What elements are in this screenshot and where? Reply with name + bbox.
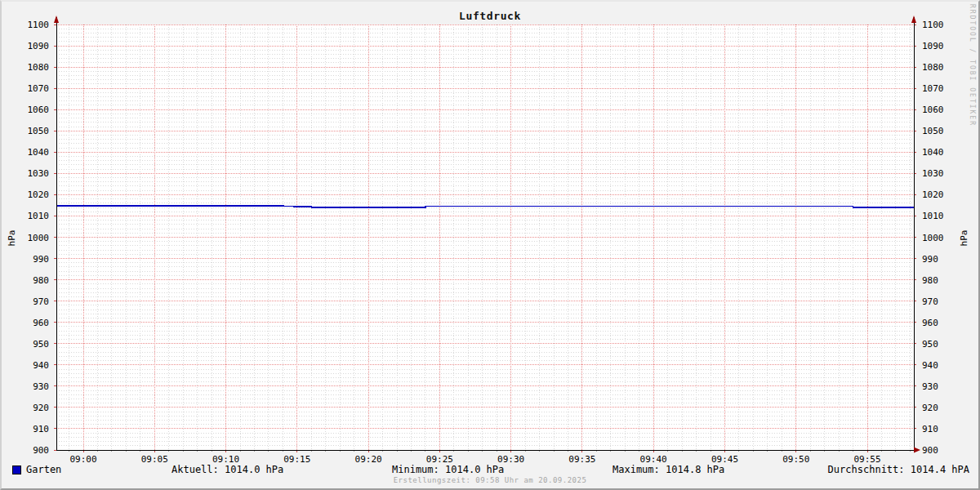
y-axis-arrow-right	[911, 16, 916, 23]
y-tick-label-right: 940	[922, 360, 938, 371]
legend-series: Garten	[12, 464, 61, 475]
y-tick-label-right: 970	[922, 296, 938, 307]
y-tick-label-left: 1070	[28, 83, 50, 94]
y-tick-label-left: 980	[33, 275, 49, 286]
y-tick-label-left: 930	[33, 381, 49, 392]
y-tick-label-right: 1080	[922, 62, 944, 73]
stat-maximum: Maximum: 1014.8 hPa	[612, 464, 724, 475]
x-axis-arrow	[914, 448, 920, 453]
y-axis-label-right: hPa	[959, 222, 969, 255]
y-tick-label-right: 1090	[922, 41, 944, 51]
y-tick-label-right: 1010	[922, 211, 944, 221]
y-tick-label-right: 1070	[922, 83, 944, 94]
y-tick-label-left: 1050	[28, 126, 50, 136]
y-tick-label-left: 950	[33, 339, 49, 350]
y-tick-label-left: 1040	[28, 147, 50, 158]
y-tick-label-right: 920	[922, 403, 938, 413]
y-tick-label-right: 1060	[922, 105, 944, 115]
y-tick-label-right: 910	[922, 424, 938, 434]
y-tick-label-right: 1100	[922, 20, 944, 30]
y-tick-label-left: 940	[33, 360, 49, 371]
y-tick-label-right: 990	[922, 254, 938, 265]
y-tick-label-right: 950	[922, 339, 938, 350]
y-tick-label-left: 910	[33, 424, 49, 434]
y-tick-label-left: 1030	[28, 168, 50, 179]
y-tick-label-right: 1040	[922, 147, 944, 158]
y-tick-label-left: 960	[33, 318, 49, 328]
stat-minimum: Minimum: 1014.0 hPa	[392, 464, 504, 475]
y-tick-label-right: 960	[922, 318, 938, 328]
y-tick-label-left: 990	[33, 254, 49, 265]
y-axis-label-left: hPa	[7, 222, 17, 255]
y-tick-label-right: 1020	[922, 189, 944, 200]
stat-durchschnitt: Durchschnitt: 1014.4 hPA	[828, 464, 969, 475]
y-tick-label-left: 1010	[28, 211, 50, 221]
y-tick-label-left: 1020	[28, 189, 50, 200]
y-tick-label-right: 1000	[922, 233, 944, 243]
series-label: Garten	[26, 464, 61, 475]
y-tick-label-left: 920	[33, 403, 49, 413]
y-tick-label-left: 1060	[28, 105, 50, 115]
y-tick-label-right: 1050	[922, 126, 944, 136]
y-tick-label-right: 980	[922, 275, 938, 286]
y-tick-label-left: 900	[33, 445, 49, 456]
pressure-chart: 09:0009:0509:1009:1509:2009:2509:3009:35…	[2, 2, 980, 490]
y-axis-arrow-left	[54, 16, 59, 23]
y-tick-label-left: 1090	[28, 41, 50, 51]
legend-row: Garten Aktuell: 1014.0 hPa Minimum: 1014…	[2, 464, 980, 476]
y-tick-label-left: 1000	[28, 233, 50, 243]
y-tick-label-right: 900	[922, 445, 938, 456]
y-tick-label-left: 970	[33, 296, 49, 307]
creation-timestamp: Erstellungszeit: 09:58 Uhr am 20.09.2025	[2, 476, 978, 484]
rrdtool-watermark: RRDTOOL / TOBI OETIKER	[969, 4, 976, 127]
y-tick-label-left: 1100	[28, 20, 50, 30]
y-tick-label-right: 930	[922, 381, 938, 392]
series-color-swatch	[12, 466, 21, 474]
y-tick-label-left: 1080	[28, 62, 50, 73]
chart-frame: Luftdruck 09:0009:0509:1009:1509:2009:25…	[0, 0, 980, 490]
stat-aktuell: Aktuell: 1014.0 hPa	[172, 464, 283, 475]
y-tick-label-right: 1030	[922, 168, 944, 179]
